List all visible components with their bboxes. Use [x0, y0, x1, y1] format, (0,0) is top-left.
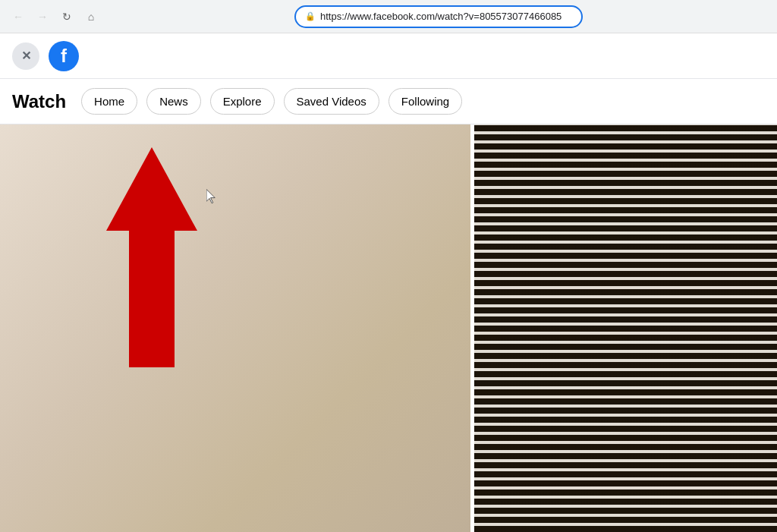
watch-title: Watch — [12, 91, 66, 112]
back-button[interactable]: ← — [8, 6, 29, 27]
nav-pill-saved-videos[interactable]: Saved Videos — [284, 88, 379, 115]
content-area — [0, 124, 777, 532]
nav-buttons: ← → ↻ ⌂ — [8, 6, 102, 27]
url-text: https://www.facebook.com/watch?v=8055730… — [320, 11, 562, 22]
lock-icon: 🔒 — [305, 11, 316, 21]
address-bar-wrapper: 🔒 https://www.facebook.com/watch?v=80557… — [108, 5, 769, 28]
nav-pill-home[interactable]: Home — [81, 88, 137, 115]
stripe-pattern — [474, 124, 777, 532]
home-button[interactable]: ⌂ — [80, 6, 102, 27]
nav-pill-explore[interactable]: Explore — [210, 88, 275, 115]
facebook-logo[interactable]: f — [49, 41, 79, 71]
refresh-button[interactable]: ↻ — [56, 6, 77, 27]
address-bar[interactable]: 🔒 https://www.facebook.com/watch?v=80557… — [294, 5, 583, 28]
close-button[interactable]: ✕ — [12, 42, 39, 70]
browser-chrome: ← → ↻ ⌂ 🔒 https://www.facebook.com/watch… — [0, 0, 777, 33]
video-thumbnail-left[interactable] — [0, 124, 470, 532]
facebook-header: ✕ f — [0, 33, 777, 79]
watch-navigation: Watch Home News Explore Saved Videos Fol… — [0, 79, 777, 124]
stripe-background — [474, 124, 777, 532]
fb-logo-letter: f — [61, 46, 67, 67]
nav-pill-news[interactable]: News — [146, 88, 201, 115]
forward-button[interactable]: → — [32, 6, 53, 27]
nav-pill-following[interactable]: Following — [388, 88, 462, 115]
video-thumbnail-right[interactable] — [474, 124, 777, 532]
